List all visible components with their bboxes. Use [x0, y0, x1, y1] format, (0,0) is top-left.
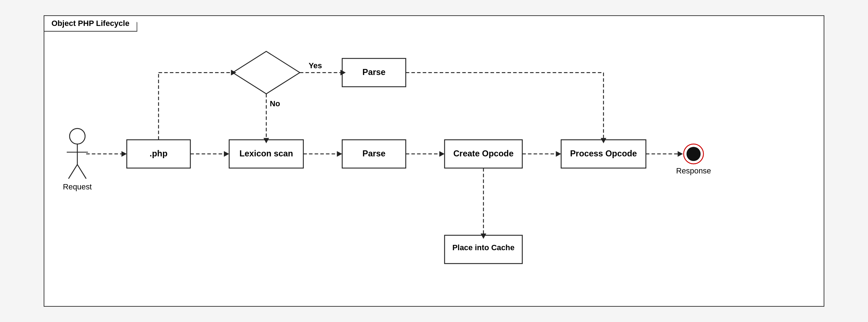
arrowhead-request-php: [121, 151, 127, 157]
arrowhead-opcode-process: [556, 151, 561, 157]
arrowhead-lexicon-parse: [337, 151, 342, 157]
parse-main-label: Parse: [362, 149, 385, 158]
place-cache-label1: Place into Cache: [452, 243, 515, 252]
decision-diamond: [233, 52, 300, 94]
php-label: .php: [150, 149, 167, 158]
process-opcode-label: Process Opcode: [570, 149, 637, 158]
actor-left-leg: [68, 165, 77, 179]
yes-label: Yes: [309, 61, 322, 70]
response-label: Response: [676, 166, 711, 175]
request-label: Request: [63, 182, 92, 191]
create-opcode-label: Create Opcode: [453, 149, 513, 158]
diagram-container: Object PHP Lifecycle Request .php Lexico…: [44, 15, 824, 307]
diagram-svg: Request .php Lexicon scan Parse Create O…: [44, 16, 824, 306]
actor-head: [70, 128, 85, 144]
arrowhead-parse-opcode: [439, 151, 445, 157]
lexicon-label: Lexicon scan: [240, 149, 293, 158]
parse-top-label: Parse: [362, 67, 385, 77]
response-inner-circle: [687, 147, 701, 161]
arrowhead-php-lexicon: [224, 151, 229, 157]
arrowhead-process-response: [678, 151, 683, 157]
no-label: No: [270, 99, 280, 108]
actor-right-leg: [77, 165, 86, 179]
